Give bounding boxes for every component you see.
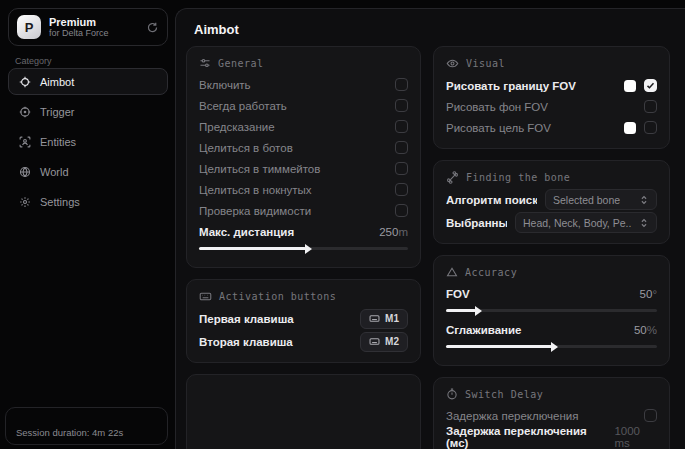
- first-key-button[interactable]: M1: [360, 309, 408, 329]
- selected-bones-value: Head, Neck, Body, Pe..: [523, 217, 631, 229]
- second-key-button[interactable]: M2: [360, 332, 408, 352]
- sync-icon[interactable]: [146, 21, 159, 34]
- empty-card: [186, 374, 421, 449]
- slider-fill: [199, 247, 306, 250]
- aim-teammates-checkbox[interactable]: [395, 162, 408, 175]
- sidebar-item-aimbot[interactable]: Aimbot: [8, 68, 168, 95]
- switch-delay-value: 1000 ms: [614, 425, 657, 449]
- slider-label-row: Макс. дистанция 250m: [199, 221, 408, 242]
- slider-thumb[interactable]: [475, 306, 482, 316]
- switch-delay-checkbox[interactable]: [644, 409, 657, 422]
- switch-delay-card: Switch Delay Задержка переключения Задер…: [433, 377, 670, 449]
- aim-bots-checkbox[interactable]: [395, 141, 408, 154]
- draw-fov-target-checkbox[interactable]: [644, 121, 657, 134]
- toggle-row: Целиться в ботов: [199, 137, 408, 158]
- aim-knocked-checkbox[interactable]: [395, 183, 408, 196]
- bone-header-label: Finding the bone: [466, 172, 570, 183]
- general-header-label: General: [218, 58, 264, 69]
- accuracy-header: Accuracy: [446, 266, 657, 278]
- selected-bones-select[interactable]: Head, Neck, Body, Pe..: [515, 212, 657, 233]
- draw-fov-border-label: Рисовать границу FOV: [446, 80, 576, 92]
- visual-row: Рисовать цель FOV: [446, 117, 657, 138]
- bone-algorithm-label: Алгоритм поиска кост: [446, 194, 537, 206]
- toggle-row: Всегда работать: [199, 95, 408, 116]
- bone-algorithm-value: Selected bone: [553, 194, 620, 206]
- sidebar: P Premium for Delta Force Category Aimbo…: [0, 0, 175, 449]
- brand-card: P Premium for Delta Force: [8, 8, 168, 46]
- toggle-row: Проверка видимости: [199, 200, 408, 221]
- slider-thumb[interactable]: [551, 342, 558, 352]
- switch-delay-header-label: Switch Delay: [465, 389, 543, 400]
- smoothing-label: Сглаживание: [446, 324, 521, 336]
- prediction-checkbox[interactable]: [395, 120, 408, 133]
- session-duration: Session duration: 4m 22s: [16, 427, 123, 438]
- switch-delay-toggle-row: Задержка переключения: [446, 405, 657, 426]
- row-controls: [644, 100, 657, 113]
- sidebar-item-trigger[interactable]: Trigger: [8, 98, 168, 125]
- keyboard-icon: [369, 313, 380, 324]
- switch-delay-header: Switch Delay: [446, 388, 657, 400]
- fov-row: FOV 50°: [446, 283, 657, 304]
- left-column: General Включить Всегда работать Предска…: [186, 46, 421, 449]
- accuracy-card: Accuracy FOV 50° Сглаживание 50%: [433, 255, 670, 366]
- bone-algorithm-select[interactable]: Selected bone: [545, 189, 657, 210]
- activation-card: Activation buttons Первая клавиша M1 Вто…: [186, 279, 421, 363]
- draw-fov-target-label: Рисовать цель FOV: [446, 122, 551, 134]
- bone-icon: [446, 171, 459, 184]
- switch-delay-toggle-label: Задержка переключения: [446, 410, 578, 422]
- activation-header: Activation buttons: [199, 290, 408, 303]
- visual-card: Visual Рисовать границу FOV Рисовать фон…: [433, 46, 670, 149]
- visual-header-label: Visual: [466, 58, 505, 69]
- first-key-label: Первая клавиша: [199, 313, 294, 325]
- enable-checkbox[interactable]: [395, 78, 408, 91]
- draw-fov-bg-checkbox[interactable]: [644, 100, 657, 113]
- smoothing-slider[interactable]: [446, 345, 657, 348]
- visibility-check-checkbox[interactable]: [395, 204, 408, 217]
- keyboard-icon: [199, 290, 212, 303]
- target-icon: [19, 106, 31, 118]
- triangle-icon: [446, 266, 458, 278]
- fov-border-color-swatch[interactable]: [624, 80, 636, 92]
- fov-label: FOV: [446, 288, 470, 300]
- brand-title: Premium: [49, 16, 138, 29]
- first-key-value: M1: [385, 313, 399, 324]
- toggle-label: Проверка видимости: [199, 205, 311, 217]
- right-column: Visual Рисовать границу FOV Рисовать фон…: [433, 46, 670, 449]
- max-distance-label: Макс. дистанция: [199, 226, 294, 238]
- visual-row: Рисовать границу FOV: [446, 75, 657, 96]
- unfold-icon: [639, 218, 649, 228]
- sidebar-item-world[interactable]: World: [8, 158, 168, 185]
- slider-thumb[interactable]: [305, 244, 312, 254]
- sidebar-item-label: Settings: [40, 196, 80, 208]
- row-controls: [624, 121, 657, 134]
- sidebar-item-label: Entities: [40, 136, 76, 148]
- stopwatch-icon: [446, 388, 458, 400]
- max-distance-slider[interactable]: [199, 247, 408, 250]
- sidebar-item-entities[interactable]: Entities: [8, 128, 168, 155]
- toggle-row: Предсказание: [199, 116, 408, 137]
- smoothing-value: 50%: [634, 324, 657, 336]
- toggle-label: Целиться в нокнутых: [199, 184, 312, 196]
- slider-fill: [446, 345, 552, 348]
- draw-fov-border-checkbox[interactable]: [644, 79, 657, 92]
- second-key-value: M2: [385, 336, 399, 347]
- draw-fov-bg-label: Рисовать фон FOV: [446, 101, 548, 113]
- fov-target-color-swatch[interactable]: [624, 122, 636, 134]
- keybind-row: Первая клавиша M1: [199, 308, 408, 329]
- brand-logo: P: [17, 15, 41, 39]
- toggle-row: Целиться в нокнутых: [199, 179, 408, 200]
- session-card: Session duration: 4m 22s: [5, 407, 168, 445]
- selected-bones-row: Выбранные кос Head, Neck, Body, Pe..: [446, 212, 657, 233]
- visual-row: Рисовать фон FOV: [446, 96, 657, 117]
- row-controls: [624, 79, 657, 92]
- general-header: General: [199, 57, 408, 69]
- accuracy-header-label: Accuracy: [465, 267, 517, 278]
- eye-icon: [446, 57, 459, 70]
- slider-fill: [446, 309, 476, 312]
- fov-slider[interactable]: [446, 309, 657, 312]
- fov-value: 50°: [640, 288, 657, 300]
- sidebar-item-settings[interactable]: Settings: [8, 188, 168, 215]
- sidebar-item-label: Aimbot: [40, 76, 74, 88]
- brand-subtitle: for Delta Force: [49, 28, 138, 38]
- always-work-checkbox[interactable]: [395, 99, 408, 112]
